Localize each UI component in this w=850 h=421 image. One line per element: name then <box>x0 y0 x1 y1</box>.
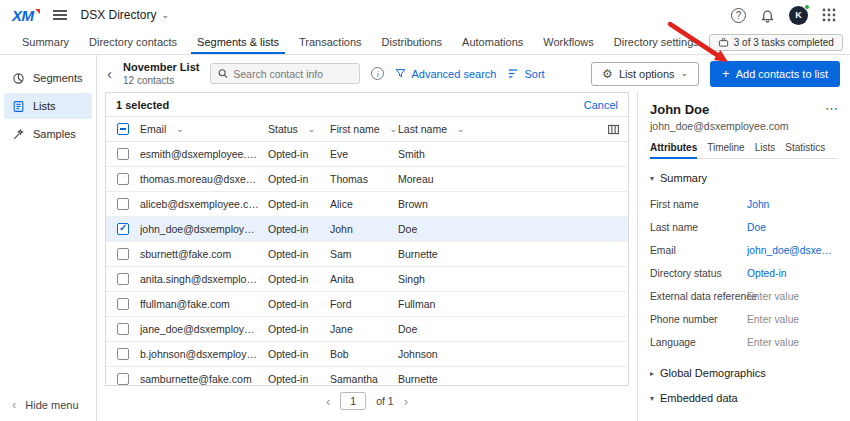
table-row[interactable]: thomas.moreau@dsxempl... Opted-in Thomas… <box>106 167 628 192</box>
sidebar-item-samples[interactable]: Samples <box>4 121 92 147</box>
column-header-email[interactable]: Email ⌄ <box>140 123 268 135</box>
chevron-down-icon: ⌄ <box>457 124 465 134</box>
tab-distributions[interactable]: Distributions <box>372 30 453 54</box>
chevron-left-icon: ‹ <box>12 398 16 411</box>
attribute-field: First name John <box>650 193 838 216</box>
sort-button[interactable]: Sort <box>507 68 544 80</box>
row-checkbox[interactable] <box>117 298 129 310</box>
row-checkbox[interactable] <box>117 148 129 160</box>
notifications-bell-icon[interactable] <box>760 8 775 23</box>
user-avatar[interactable]: K <box>789 6 808 25</box>
summary-section-toggle[interactable]: ▾ Summary <box>650 172 838 184</box>
column-header-first-name[interactable]: First name ⌄ <box>330 123 398 135</box>
hamburger-menu-icon[interactable] <box>53 10 67 20</box>
list-title-block: November List 12 contacts <box>123 61 199 86</box>
column-picker-button[interactable] <box>598 123 628 136</box>
add-contacts-label: Add contacts to list <box>736 68 828 80</box>
panel-tab-lists[interactable]: Lists <box>755 142 776 158</box>
cell-first-name: John <box>330 223 398 235</box>
cell-email: aliceb@dsxemployee.com <box>140 198 268 210</box>
cell-email: jane_doe@dsxemployee.... <box>140 323 268 335</box>
row-checkbox[interactable] <box>117 373 129 385</box>
column-label: First name <box>330 123 380 135</box>
advanced-search-button[interactable]: Advanced search <box>395 68 496 80</box>
cell-status: Opted-in <box>268 223 330 235</box>
tab-transactions[interactable]: Transactions <box>289 30 372 54</box>
hide-menu-button[interactable]: ‹ Hide menu <box>12 398 79 411</box>
select-all-checkbox[interactable] <box>117 123 129 135</box>
tab-directory-contacts[interactable]: Directory contacts <box>79 30 187 54</box>
search-input[interactable] <box>233 68 352 80</box>
column-header-last-name[interactable]: Last name ⌄ <box>398 123 598 135</box>
row-checkbox[interactable] <box>117 173 129 185</box>
row-checkbox-cell <box>106 173 140 185</box>
panel-tab-timeline[interactable]: Timeline <box>707 142 744 158</box>
tab-summary[interactable]: Summary <box>12 30 79 54</box>
table-row[interactable]: jane_doe@dsxemployee.... Opted-in Jane D… <box>106 317 628 342</box>
table-row[interactable]: samburnette@fake.com Opted-in Samantha B… <box>106 367 628 385</box>
add-contacts-to-list-button[interactable]: + Add contacts to list <box>710 61 840 87</box>
panel-tab-statistics[interactable]: Statistics <box>785 142 825 158</box>
table-row[interactable]: b.johnson@dsxemployee.... Opted-in Bob J… <box>106 342 628 367</box>
xm-logo[interactable]: XM <box>12 7 39 24</box>
briefcase-icon <box>718 37 729 48</box>
tab-workflows[interactable]: Workflows <box>533 30 604 54</box>
cell-first-name: Ford <box>330 298 398 310</box>
table-row[interactable]: esmith@dsxemployee.com Opted-in Eve Smit… <box>106 142 628 167</box>
column-label: Email <box>140 123 166 135</box>
directory-selector[interactable]: DSX Directory ⌄ <box>81 8 170 22</box>
attribute-value[interactable]: Doe <box>747 222 766 233</box>
table-row[interactable]: aliceb@dsxemployee.com Opted-in Alice Br… <box>106 192 628 217</box>
previous-page-button[interactable]: ‹ <box>326 395 330 408</box>
tab-segments-lists[interactable]: Segments & lists <box>187 30 289 54</box>
attribute-value[interactable]: Enter value <box>747 291 799 302</box>
back-button[interactable]: ‹ <box>107 66 112 81</box>
cell-email: samburnette@fake.com <box>140 373 268 385</box>
tab-directory-settings[interactable]: Directory settings <box>604 30 709 54</box>
cell-email: john_doe@dsxemployee.... <box>140 223 268 235</box>
cell-last-name: Johnson <box>398 348 628 360</box>
summary-section-label: Summary <box>660 172 707 184</box>
row-checkbox[interactable] <box>117 223 129 235</box>
embedded-data-section-toggle[interactable]: ▾ Embedded data <box>650 392 838 404</box>
sidebar-item-segments[interactable]: Segments <box>4 65 92 91</box>
row-checkbox[interactable] <box>117 323 129 335</box>
sidebar: Segments Lists Samples ‹ Hide menu <box>0 55 97 421</box>
list-options-button[interactable]: ⚙ List options ⌄ <box>591 62 699 86</box>
panel-tab-attributes[interactable]: Attributes <box>650 142 697 158</box>
sidebar-item-lists[interactable]: Lists <box>4 93 92 119</box>
cancel-selection-link[interactable]: Cancel <box>584 99 618 111</box>
attribute-label: Phone number <box>650 314 747 325</box>
row-checkbox[interactable] <box>117 248 129 260</box>
cell-status: Opted-in <box>268 148 330 160</box>
table-row[interactable]: sburnett@fake.com Opted-in Sam Burnette <box>106 242 628 267</box>
global-demographics-section-toggle[interactable]: ▸ Global Demographics <box>650 367 838 379</box>
app-switcher-icon[interactable] <box>822 8 836 22</box>
tasks-completed-badge[interactable]: 3 of 3 tasks completed <box>709 34 843 51</box>
column-header-status[interactable]: Status ⌄ <box>268 123 330 135</box>
next-page-button[interactable]: › <box>404 395 408 408</box>
more-options-icon[interactable]: ⋯ <box>825 102 838 115</box>
row-checkbox[interactable] <box>117 273 129 285</box>
row-checkbox-cell <box>106 198 140 210</box>
attribute-value[interactable]: Enter value <box>747 314 799 325</box>
pagination: ‹ 1 of 1 › <box>105 386 629 416</box>
table-row[interactable]: john_doe@dsxemployee.... Opted-in John D… <box>106 217 628 242</box>
row-checkbox[interactable] <box>117 348 129 360</box>
lists-icon <box>11 100 26 113</box>
attribute-value[interactable]: Enter value <box>747 337 799 348</box>
attribute-value[interactable]: John <box>747 199 769 210</box>
cell-status: Opted-in <box>268 173 330 185</box>
row-checkbox[interactable] <box>117 198 129 210</box>
current-page-box[interactable]: 1 <box>340 392 366 410</box>
table-row[interactable]: anita.singh@dsxemployee... Opted-in Anit… <box>106 267 628 292</box>
table-row[interactable]: ffullman@fake.com Opted-in Ford Fullman <box>106 292 628 317</box>
help-icon[interactable]: ? <box>731 8 746 23</box>
tab-automations[interactable]: Automations <box>452 30 533 54</box>
search-box[interactable] <box>210 63 360 84</box>
attribute-value[interactable]: Opted-in <box>747 268 787 279</box>
info-icon[interactable]: i <box>371 67 384 80</box>
plus-icon: + <box>722 67 730 80</box>
attribute-value[interactable]: john_doe@dsxem... <box>747 245 838 256</box>
cell-last-name: Burnette <box>398 373 628 385</box>
